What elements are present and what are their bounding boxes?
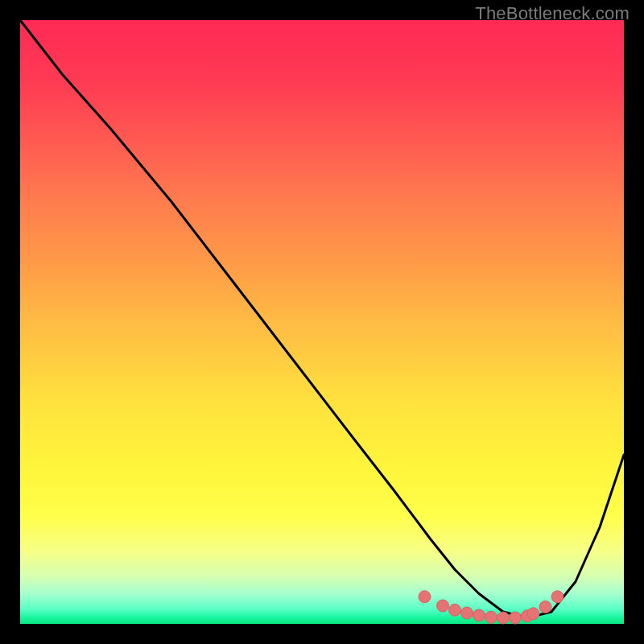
optimal-marker-icon: [510, 612, 522, 624]
optimal-marker-icon: [551, 591, 564, 603]
optimal-marker-icon: [437, 600, 449, 612]
optimal-zone-markers: [419, 591, 564, 624]
optimal-marker-icon: [497, 612, 510, 624]
optimal-marker-icon: [527, 608, 539, 620]
optimal-marker-icon: [449, 604, 461, 616]
optimal-marker-icon: [539, 601, 551, 613]
bottleneck-curve-path: [20, 20, 624, 618]
gradient-plot-area: [20, 20, 624, 624]
optimal-marker-icon: [419, 591, 431, 603]
outer-frame: TheBottleneck.com: [0, 0, 644, 644]
chart-svg: [20, 20, 624, 624]
optimal-marker-icon: [485, 611, 497, 623]
optimal-marker-icon: [473, 609, 485, 621]
optimal-marker-icon: [461, 607, 473, 619]
